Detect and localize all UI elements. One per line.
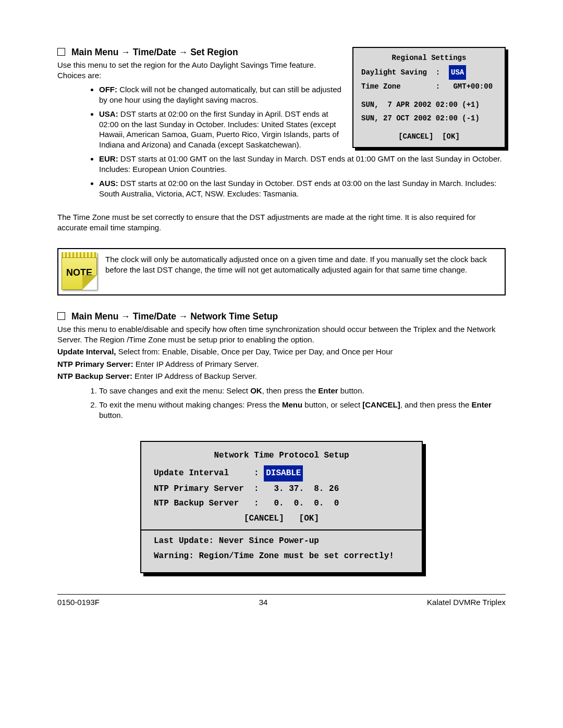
regional-settings-panel: Regional Settings Daylight Saving : USA … bbox=[352, 47, 506, 148]
update-interval-value[interactable]: DISABLE bbox=[264, 465, 303, 482]
footer-product-name: Kalatel DVMRe Triplex bbox=[427, 598, 506, 607]
ntp-setup-panel: Network Time Protocol Setup Update Inter… bbox=[140, 441, 423, 573]
footer-doc-number: 0150-0193F bbox=[57, 598, 100, 607]
steps-list: To save changes and exit the menu: Selec… bbox=[57, 386, 506, 421]
regional-panel-title: Regional Settings bbox=[361, 51, 497, 65]
ntp-row-update-interval: Update Interval : DISABLE bbox=[154, 465, 409, 482]
cancel-button[interactable]: [CANCEL] bbox=[244, 514, 284, 523]
regional-row-daylight: Daylight Saving : USA bbox=[361, 65, 497, 80]
section2-intro: Use this menu to enable/disable and spec… bbox=[57, 324, 506, 344]
page-footer: 0150-0193F 34 Kalatel DVMRe Triplex bbox=[57, 594, 506, 607]
ntp-row-backup: NTP Backup Server : 0. 0. 0. 0 bbox=[154, 496, 409, 511]
ntp-primary-line: NTP Primary Server: Enter IP Address of … bbox=[57, 359, 506, 369]
regional-row-dst-start: SUN, 7 APR 2002 02:00 (+1) bbox=[361, 98, 497, 112]
regional-row-dst-end: SUN, 27 OCT 2002 02:00 (-1) bbox=[361, 112, 497, 126]
ntp-warning: Warning: Region/Time Zone must be set co… bbox=[154, 549, 409, 564]
regional-panel-buttons: [CANCEL] [OK] bbox=[361, 130, 497, 144]
ntp-row-primary: NTP Primary Server : 3. 37. 8. 26 bbox=[154, 482, 409, 497]
checkbox-icon bbox=[57, 48, 65, 56]
ok-button[interactable]: [OK] bbox=[442, 132, 460, 141]
note-box: NOTE The clock will only be automaticall… bbox=[57, 248, 506, 295]
list-item: AUS: DST starts at 02:00 on the last Sun… bbox=[99, 178, 506, 199]
note-text: The clock will only be automatically adj… bbox=[105, 249, 505, 280]
footer-page-number: 34 bbox=[259, 598, 268, 607]
ntp-panel-buttons: [CANCEL] [OK] bbox=[154, 511, 409, 526]
timezone-note: The Time Zone must be set correctly to e… bbox=[57, 212, 506, 232]
section-heading-network-time: Main Menu → Time/Date → Network Time Set… bbox=[57, 311, 506, 322]
list-item: EUR: DST starts at 01:00 GMT on the last… bbox=[99, 154, 506, 174]
note-icon: NOTE bbox=[62, 252, 97, 290]
ntp-panel-title: Network Time Protocol Setup bbox=[154, 448, 409, 463]
regional-row-timezone: Time Zone : GMT+00:00 bbox=[361, 80, 497, 94]
cancel-button[interactable]: [CANCEL] bbox=[398, 132, 433, 141]
ntp-last-update: Last Update: Never Since Power-up bbox=[154, 534, 409, 549]
ok-button[interactable]: [OK] bbox=[299, 514, 319, 523]
daylight-saving-value[interactable]: USA bbox=[449, 65, 466, 80]
update-interval-line: Update Interval, Select from: Enable, Di… bbox=[57, 347, 506, 357]
checkbox-icon bbox=[57, 312, 65, 320]
list-item: To exit the menu without making changes:… bbox=[99, 400, 506, 420]
ntp-backup-line: NTP Backup Server: Enter IP Address of B… bbox=[57, 371, 506, 381]
list-item: To save changes and exit the menu: Selec… bbox=[99, 386, 506, 396]
